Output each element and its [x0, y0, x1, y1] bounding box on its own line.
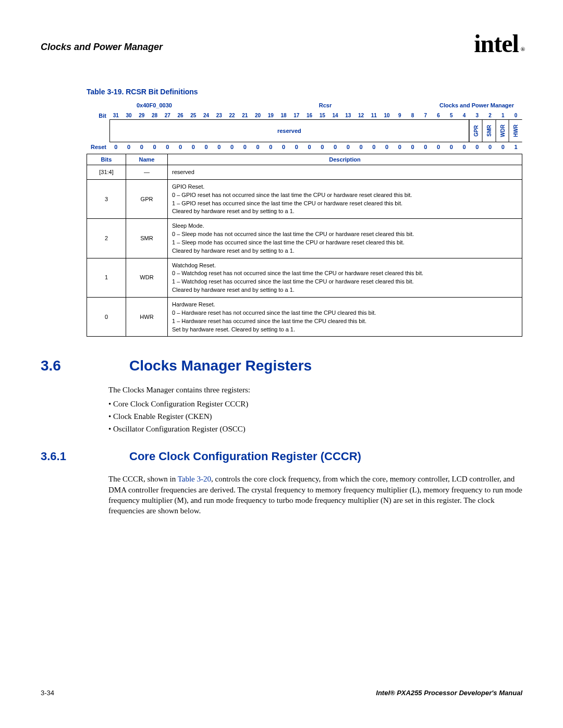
bit-number: 30	[123, 112, 136, 119]
table-link[interactable]: Table 3-20	[178, 475, 211, 483]
bit-number: 27	[161, 112, 174, 119]
reset-label: Reset	[87, 144, 109, 150]
register-name: Rcsr	[262, 102, 388, 108]
reset-value: 0	[368, 142, 381, 152]
reset-value: 0	[277, 142, 290, 152]
reset-value: 0	[264, 142, 277, 152]
reset-row: Reset 00000000000000000000000000000001	[87, 142, 522, 152]
reset-value: 0	[381, 142, 394, 152]
bit-number: 1	[497, 112, 510, 119]
bit-number: 14	[329, 112, 342, 119]
section-3-6-1: 3.6.1 Core Clock Configuration Register …	[41, 450, 522, 463]
table-row: [31:4]—reserved	[87, 165, 522, 180]
desc-cell: Watchdog Reset.0 – Watchdog reset has no…	[168, 258, 522, 297]
reset-value: 0	[123, 142, 136, 152]
th-name: Name	[126, 154, 168, 165]
intel-logo: intel®	[474, 31, 522, 56]
bit-number: 18	[277, 112, 290, 119]
bit-number: 31	[109, 112, 123, 119]
bits-cell: 1	[87, 258, 126, 297]
section-3-6: 3.6 Clocks Manager Registers	[41, 357, 522, 374]
section-title: Clocks Manager Registers	[129, 357, 312, 374]
bit-number: 16	[303, 112, 316, 119]
wdr-field: WDR	[496, 119, 509, 142]
desc-cell: GPIO Reset.0 – GPIO reset has not occurr…	[168, 179, 522, 218]
reset-value: 1	[509, 142, 522, 152]
reset-value: 0	[484, 142, 497, 152]
list-item: Oscillator Configuration Register (OSCC)	[108, 424, 522, 434]
name-cell: SMR	[126, 219, 168, 258]
bit-label: Bit	[87, 113, 109, 119]
table-row: 1WDRWatchdog Reset.0 – Watchdog reset ha…	[87, 258, 522, 297]
reset-value: 0	[136, 142, 149, 152]
register-address: 0x40F0_0030	[90, 102, 262, 108]
bits-cell: 3	[87, 179, 126, 218]
hwr-field: HWR	[509, 119, 522, 142]
register-list: Core Clock Configuration Register CCCR)C…	[108, 399, 522, 435]
reset-value: 0	[497, 142, 510, 152]
name-cell: HWR	[126, 297, 168, 336]
name-cell: GPR	[126, 179, 168, 218]
reset-value: 0	[432, 142, 445, 152]
bits-cell: 2	[87, 219, 126, 258]
table-row: 0HWRHardware Reset.0 – Hardware reset ha…	[87, 297, 522, 336]
section-3-6-1-body: The CCCR, shown in Table 3-20, controls …	[108, 474, 522, 516]
reset-value: 0	[394, 142, 407, 152]
reset-value: 0	[329, 142, 342, 152]
description-table: Bits Name Description [31:4]—reserved3GP…	[87, 154, 522, 337]
list-item: Clock Enable Register (CKEN)	[108, 411, 522, 422]
reset-value: 0	[290, 142, 303, 152]
reset-value: 0	[471, 142, 484, 152]
desc-cell: reserved	[168, 165, 522, 180]
bit-number: 15	[316, 112, 329, 119]
reset-value: 0	[200, 142, 213, 152]
reset-value: 0	[213, 142, 226, 152]
bit-number: 8	[406, 112, 419, 119]
bit-number: 21	[239, 112, 252, 119]
desc-cell: Hardware Reset.0 – Hardware reset has no…	[168, 297, 522, 336]
chapter-title: Clocks and Power Manager	[41, 42, 163, 53]
bit-number: 19	[264, 112, 277, 119]
smr-field: SMR	[482, 119, 496, 142]
manual-title: Intel® PXA255 Processor Developer's Manu…	[376, 689, 522, 697]
th-bits: Bits	[87, 154, 126, 165]
page-footer: 3-34 Intel® PXA255 Processor Developer's…	[41, 689, 522, 697]
desc-cell: Sleep Mode.0 – Sleep mode has not occurr…	[168, 219, 522, 258]
bit-number: 4	[458, 112, 471, 119]
name-cell: WDR	[126, 258, 168, 297]
reset-value: 0	[342, 142, 355, 152]
bit-number: 13	[342, 112, 355, 119]
reset-value: 0	[187, 142, 200, 152]
bit-field-row: reserved GPR SMR WDR HWR	[87, 119, 522, 142]
bit-number: 5	[445, 112, 458, 119]
name-cell: —	[126, 165, 168, 180]
register-diagram: 0x40F0_0030 Rcsr Clocks and Power Manage…	[87, 102, 522, 337]
bit-number: 12	[354, 112, 368, 119]
bit-number: 2	[484, 112, 497, 119]
register-module: Clocks and Power Manager	[388, 102, 519, 108]
bit-number: 23	[213, 112, 226, 119]
bit-number: 9	[394, 112, 407, 119]
table-caption: Table 3-19. RCSR Bit Definitions	[87, 88, 522, 96]
bit-number: 7	[419, 112, 432, 119]
bit-number: 11	[368, 112, 381, 119]
page-number: 3-34	[41, 689, 54, 697]
reset-value: 0	[148, 142, 161, 152]
reset-value: 0	[458, 142, 471, 152]
subsection-number: 3.6.1	[41, 450, 108, 463]
reserved-field: reserved	[109, 119, 469, 142]
bit-number: 29	[136, 112, 149, 119]
bit-number: 20	[251, 112, 264, 119]
bit-number: 28	[148, 112, 161, 119]
reset-value: 0	[303, 142, 316, 152]
intro-text: The Clocks Manager contains three regist…	[108, 385, 522, 395]
reset-value: 0	[419, 142, 432, 152]
reset-value: 0	[109, 142, 123, 152]
reset-value: 0	[251, 142, 264, 152]
page-header: Clocks and Power Manager intel®	[41, 42, 522, 67]
reset-value: 0	[174, 142, 187, 152]
table-row: 3GPRGPIO Reset.0 – GPIO reset has not oc…	[87, 179, 522, 218]
gpr-field: GPR	[469, 119, 483, 142]
list-item: Core Clock Configuration Register CCCR)	[108, 399, 522, 409]
subsection-title: Core Clock Configuration Register (CCCR)	[129, 450, 361, 463]
